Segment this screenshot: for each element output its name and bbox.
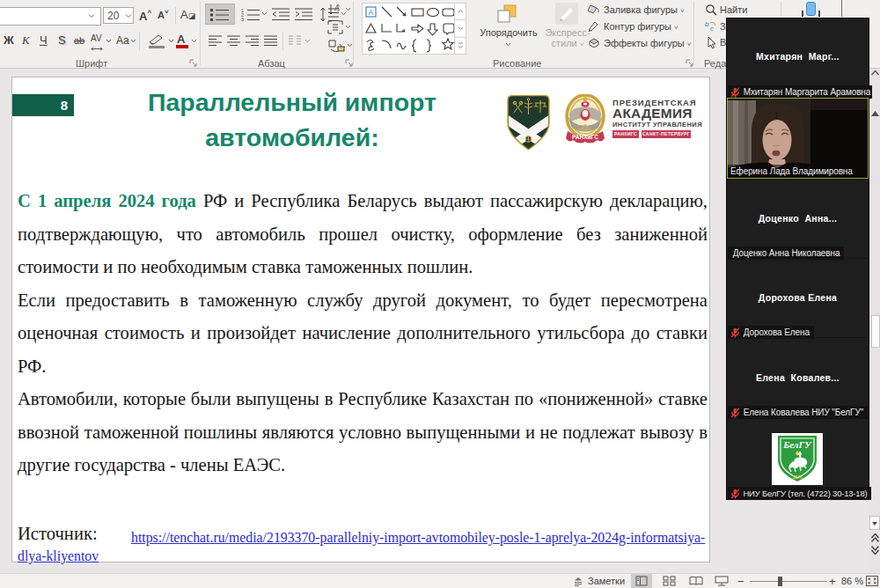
svg-text:c: c <box>710 25 714 32</box>
svg-text:БелГУ: БелГУ <box>782 439 812 450</box>
svg-text:1876: 1876 <box>792 474 802 480</box>
svg-text:РАНХиГС: РАНХиГС <box>572 134 598 140</box>
svg-text:3: 3 <box>241 17 244 21</box>
svg-text:А: А <box>369 8 374 17</box>
svg-text:b: b <box>705 20 709 28</box>
